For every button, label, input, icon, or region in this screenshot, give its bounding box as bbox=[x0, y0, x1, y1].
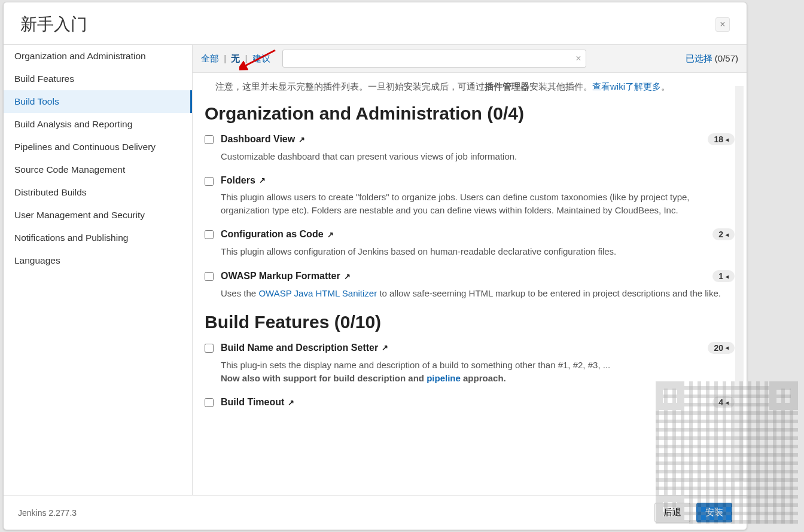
dependency-badge[interactable]: 20 ◂ bbox=[708, 342, 735, 354]
sidebar-item[interactable]: Build Tools bbox=[4, 90, 192, 113]
sidebar-item[interactable]: User Management and Security bbox=[4, 204, 192, 227]
notice-wiki-link[interactable]: 查看wiki了解更多 bbox=[592, 81, 661, 91]
plugin-name[interactable]: Dashboard View ↗ bbox=[221, 134, 305, 145]
search-wrapper: × bbox=[282, 50, 586, 68]
notice-text: 安装其他插件。 bbox=[529, 81, 592, 91]
filter-links: 全部 | 无 | 建议 bbox=[201, 53, 270, 65]
clear-search-icon[interactable]: × bbox=[575, 53, 581, 64]
external-link-icon[interactable]: ↗ bbox=[299, 135, 305, 144]
external-link-icon[interactable]: ↗ bbox=[327, 230, 334, 239]
separator: | bbox=[224, 53, 226, 63]
search-input[interactable] bbox=[282, 50, 586, 68]
setup-wizard-dialog: 新手入门 × Organization and AdministrationBu… bbox=[3, 2, 747, 530]
plugin-checkbox[interactable] bbox=[205, 398, 214, 407]
sidebar-item[interactable]: Build Features bbox=[4, 68, 192, 90]
toolbar: 全部 | 无 | 建议 × 已选择 (0/57) bbox=[193, 45, 747, 73]
section-title: Organization and Administration (0/4) bbox=[205, 103, 735, 124]
plugin-name[interactable]: Build Timeout ↗ bbox=[221, 397, 294, 408]
sidebar-item[interactable]: Source Code Management bbox=[4, 158, 192, 181]
filter-suggested[interactable]: 建议 bbox=[252, 53, 270, 63]
plugin-desc-link[interactable]: OWASP Java HTML Sanitizer bbox=[258, 288, 377, 298]
close-button[interactable]: × bbox=[715, 17, 730, 32]
sidebar-item[interactable]: Organization and Administration bbox=[4, 45, 192, 68]
filter-all[interactable]: 全部 bbox=[201, 53, 219, 63]
external-link-icon[interactable]: ↗ bbox=[259, 176, 266, 185]
plugin-description: This plugin allows configuration of Jenk… bbox=[221, 245, 735, 258]
external-link-icon[interactable]: ↗ bbox=[288, 398, 294, 407]
selected-label: 已选择 bbox=[686, 53, 712, 63]
notice-bold: 插件管理器 bbox=[485, 81, 529, 91]
plugin-description: Uses the OWASP Java HTML Sanitizer to al… bbox=[221, 287, 735, 300]
plugin-name[interactable]: Folders ↗ bbox=[221, 175, 266, 186]
plugin-row: Dashboard View ↗18 ◂Customizable dashboa… bbox=[205, 133, 735, 163]
notice-banner: 注意，这里并未显示完整的插件列表。一旦初始安装完成后，可通过插件管理器安装其他插… bbox=[193, 73, 747, 100]
jenkins-version: Jenkins 2.277.3 bbox=[18, 508, 77, 518]
plugin-row: Configuration as Code ↗2 ◂This plugin al… bbox=[205, 228, 735, 258]
selected-count: 已选择 (0/57) bbox=[686, 53, 738, 65]
dialog-header: 新手入门 × bbox=[4, 2, 747, 44]
plugin-desc-link[interactable]: pipeline bbox=[427, 373, 461, 383]
sidebar-item[interactable]: Pipelines and Continuous Delivery bbox=[4, 136, 192, 158]
plugin-checkbox[interactable] bbox=[205, 344, 214, 353]
dependency-badge[interactable]: 1 ◂ bbox=[712, 270, 735, 282]
qr-watermark bbox=[656, 381, 798, 524]
plugin-checkbox[interactable] bbox=[205, 230, 214, 239]
plugin-row: OWASP Markup Formatter ↗1 ◂Uses the OWAS… bbox=[205, 270, 735, 300]
sidebar-item[interactable]: Build Analysis and Reporting bbox=[4, 113, 192, 136]
plugin-row: Build Name and Description Setter ↗20 ◂T… bbox=[205, 342, 735, 385]
sidebar-item[interactable]: Notifications and Publishing bbox=[4, 227, 192, 249]
selected-value: (0/57) bbox=[715, 53, 738, 63]
notice-text: 注意，这里并未显示完整的插件列表。一旦初始安装完成后，可通过 bbox=[215, 81, 485, 91]
plugin-checkbox[interactable] bbox=[205, 272, 214, 281]
plugin-name[interactable]: Build Name and Description Setter ↗ bbox=[221, 343, 388, 353]
plugin-description: This plugin allows users to create "fold… bbox=[221, 191, 735, 217]
section-title: Build Features (0/10) bbox=[205, 312, 735, 332]
plugin-name[interactable]: OWASP Markup Formatter ↗ bbox=[221, 271, 351, 282]
external-link-icon[interactable]: ↗ bbox=[344, 272, 351, 281]
external-link-icon[interactable]: ↗ bbox=[382, 343, 388, 352]
sidebar-item[interactable]: Languages bbox=[4, 249, 192, 272]
plugin-name[interactable]: Configuration as Code ↗ bbox=[221, 229, 334, 240]
separator: | bbox=[245, 53, 247, 63]
filter-none[interactable]: 无 bbox=[231, 53, 240, 63]
plugin-description: Customizable dashboard that can present … bbox=[221, 150, 735, 163]
dependency-badge[interactable]: 2 ◂ bbox=[712, 228, 735, 240]
plugin-checkbox[interactable] bbox=[205, 135, 214, 144]
dialog-footer: Jenkins 2.277.3 后退 安装 bbox=[4, 496, 747, 530]
dialog-title: 新手入门 bbox=[20, 13, 87, 36]
plugin-row: Folders ↗This plugin allows users to cre… bbox=[205, 175, 735, 217]
sidebar-item[interactable]: Distributed Builds bbox=[4, 181, 192, 204]
notice-text: 。 bbox=[661, 81, 670, 91]
plugin-checkbox[interactable] bbox=[205, 177, 214, 186]
dialog-body: Organization and AdministrationBuild Fea… bbox=[4, 44, 747, 496]
category-sidebar: Organization and AdministrationBuild Fea… bbox=[4, 45, 193, 495]
plugin-description: This plug-in sets the display name and d… bbox=[221, 359, 735, 385]
dependency-badge[interactable]: 18 ◂ bbox=[708, 133, 735, 145]
